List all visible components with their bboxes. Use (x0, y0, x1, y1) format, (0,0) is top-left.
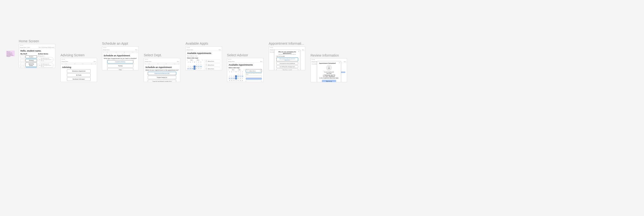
reason-option[interactable]: I am thinking about changing majors (276, 65, 298, 68)
frame-review[interactable]: Navigate HomeTerm Availabl… × Appointmen… (310, 58, 347, 82)
action-subhead: Meeting with X... (38, 55, 54, 57)
avatar-icon (206, 60, 207, 62)
option-major-1[interactable]: Experience Architecture (MI) (148, 72, 176, 75)
close-icon[interactable]: × (260, 70, 261, 71)
placeholder-box (20, 55, 25, 58)
advisor-name: Advisor Name (208, 61, 214, 62)
action-items-heading: Action Items: (38, 53, 54, 55)
avatar-icon (206, 64, 207, 66)
advisor-row[interactable]: Advisor Name (204, 67, 220, 70)
nav-todos[interactable]: To-Do's (26, 55, 37, 58)
chevron-right-icon[interactable]: › (202, 60, 203, 61)
my-stuff-heading: My Stuff (20, 53, 37, 55)
reason-option[interactable]: I have questions about study abroad (276, 62, 298, 65)
action-row[interactable]: Item description text goes here in this … (38, 57, 54, 62)
action-text: Item description text goes here in this … (41, 58, 52, 61)
window-dots (144, 58, 180, 60)
frame-home[interactable]: Navigate Home > Home Term > Fall Semeste… (19, 44, 55, 68)
topbar: Navigate HomeTerm (227, 60, 263, 63)
frame-select-dept[interactable]: Navigate HomeTerm Schedule an Appointmen… (144, 58, 180, 82)
frame-select-advisor[interactable]: Navigate HomeTerm Available Appointments… (227, 58, 264, 82)
breadcrumb: Navigate Home > Home (20, 47, 30, 48)
placeholder-box (62, 63, 96, 65)
window-dots (269, 47, 305, 49)
frame-title-schedule: Schedule an Appt (102, 42, 138, 45)
calendar-grid[interactable]: SMTWTFS 123 45678910 11121314151617 1819… (187, 61, 203, 70)
reason-option[interactable]: I have questions about my graduation req… (276, 57, 298, 61)
month-april[interactable]: April (231, 69, 235, 71)
chevron-left-icon[interactable]: ‹ (229, 69, 229, 71)
month-may[interactable]: May (196, 59, 200, 61)
avatar-icon (247, 70, 249, 72)
my-toolkit-button[interactable]: My Toolkit (67, 73, 90, 77)
topbar: Navigate HomeTerm (61, 60, 97, 63)
person-icon (327, 66, 331, 69)
time-slots[interactable] (246, 75, 262, 82)
window-dots (227, 58, 263, 60)
dept-question: Which of your majors/minors is this appo… (146, 69, 178, 71)
frame-title-appt-info: Appointment Informati... (269, 42, 305, 45)
action-row[interactable]: Item description text goes here in this … (38, 63, 54, 68)
frame-schedule[interactable]: Navigate HomeTerm Schedule an Appointmen… (102, 46, 138, 70)
action-text: Item description text goes here in this … (41, 63, 52, 67)
advisor-name: Advisor Name (208, 64, 214, 66)
sync-calendar-button[interactable]: Sync to my calendar (322, 80, 336, 82)
frame-title-select-advisor: Select Advisor (227, 53, 264, 57)
placeholder-box (20, 62, 25, 65)
option-other[interactable]: Other (107, 68, 133, 70)
available-heading: Available Appointments (229, 64, 262, 66)
option-outside-major[interactable]: I need an appointment outside of my majo… (148, 80, 176, 82)
frame-title-select-dept: Select Dept. (144, 53, 180, 57)
option-academic-advising[interactable]: Academic Advising (107, 60, 133, 63)
schedule-appt-button[interactable]: Schedule an Appointment (67, 69, 90, 73)
nav-advising[interactable]: Advising (26, 59, 37, 62)
nav-resources[interactable]: Resources (26, 67, 37, 68)
window-dots (61, 58, 97, 60)
frame-title-home: Home Screen (19, 39, 55, 43)
frame-available[interactable]: Navigate HomeTerm Available Appointments… (186, 46, 222, 70)
frame-appt-info[interactable]: Navigate HomeTerm Available… × Why are y… (269, 46, 305, 70)
filter-breadcrumb: Filters > Advisors > Dept (187, 55, 220, 57)
schedule-question: What type of appointment do you need to … (104, 58, 137, 59)
calendar[interactable]: ‹ April May › SMTWTFS 123 45678910 11121… (229, 69, 244, 82)
window-dots (311, 58, 347, 61)
confirm-topic-line: to discuss questions about your major. (319, 77, 339, 79)
advisor-row-selected[interactable]: Advisor Name× (246, 69, 262, 72)
window-dots (186, 47, 222, 49)
window-dots (102, 47, 138, 49)
chevron-right-icon[interactable]: › (244, 69, 244, 71)
close-icon[interactable]: × (298, 51, 299, 52)
frame-advising[interactable]: Navigate HomeTerm Advising Schedule an A… (60, 58, 97, 82)
placeholder-box (20, 66, 25, 68)
month-april[interactable]: April (190, 59, 193, 61)
placeholder-box (103, 52, 137, 53)
dept-heading: Schedule an Appointment (146, 66, 178, 68)
option-tutoring[interactable]: Tutoring (107, 64, 133, 67)
calendar-grid[interactable]: SMTWTFS 123 45678910 11121314151617 1819… (229, 71, 244, 82)
modal-confirmation: × Appointment Scheduled! You are meeting… (317, 61, 341, 82)
nav-events[interactable]: Upcoming Events (26, 62, 37, 67)
term-selector[interactable]: Term > Fall Semester 2020 (Current) (39, 47, 54, 48)
modal-title: Appointment Scheduled! (319, 62, 339, 64)
avatar-icon (206, 68, 207, 70)
advisor-name: Advisor Name (208, 68, 214, 69)
close-icon[interactable]: × (339, 62, 340, 63)
topbar: Navigate HomeTerm (144, 60, 180, 63)
circle-icon (39, 65, 40, 66)
available-heading: Available Appointments (187, 52, 220, 54)
chevron-left-icon[interactable]: ‹ (187, 60, 188, 61)
advisor-row[interactable]: Advisor Name (204, 63, 220, 67)
reason-option[interactable]: Other (please specify) (276, 69, 298, 70)
date-range-label: Select a date range: (187, 57, 220, 59)
topbar: Navigate HomeTerm (186, 49, 222, 51)
bg-element (340, 71, 345, 73)
enrollment-info-button[interactable]: Enrollment Information (67, 77, 90, 81)
advisor-row[interactable]: Advisor Name (204, 59, 220, 63)
helper-text: Please pick up to 3 dates & times that w… (246, 73, 262, 75)
month-may[interactable]: May (238, 69, 241, 71)
sticky-note: This is a wireframe for scheduling an ap… (6, 51, 15, 56)
circle-icon (39, 59, 40, 60)
placeholder-box (145, 63, 179, 65)
calendar[interactable]: ‹ April May › SMTWTFS 123 45678910 11121… (187, 59, 203, 70)
option-major-2[interactable]: Graphic Design (m) (148, 76, 176, 79)
